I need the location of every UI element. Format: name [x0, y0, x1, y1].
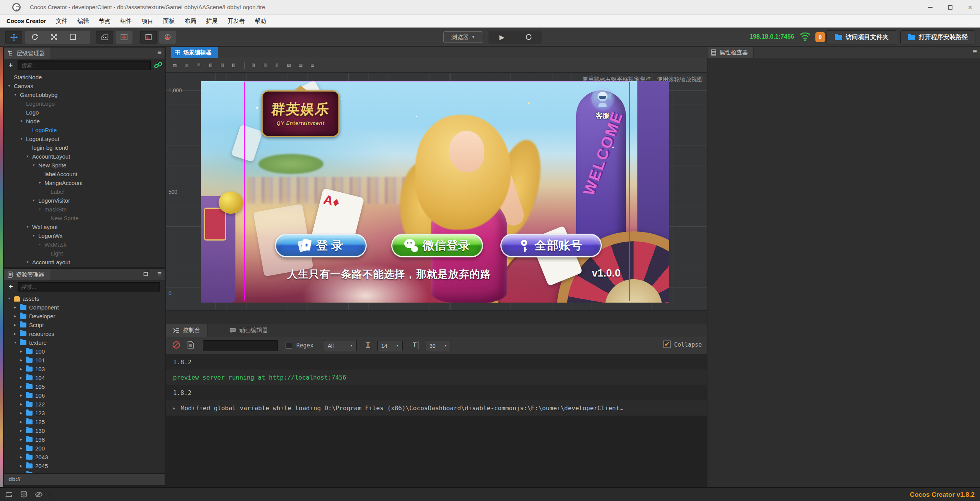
- pivot-position-button[interactable]: [96, 31, 113, 44]
- hierarchy-node-gamelobbybg[interactable]: ▼GameLobbybg: [4, 90, 164, 99]
- refresh-button[interactable]: [515, 31, 542, 44]
- collapse-arrow-icon[interactable]: ▼: [26, 152, 32, 161]
- open-install-path-button[interactable]: 打开程序安装路径: [900, 30, 975, 44]
- expand-arrow-icon[interactable]: ▶: [20, 418, 26, 426]
- expand-arrow-icon[interactable]: ▶: [20, 444, 26, 453]
- popout-icon[interactable]: [144, 272, 148, 276]
- collapse-arrow-icon[interactable]: ▼: [14, 90, 20, 99]
- clear-console-button[interactable]: [172, 341, 180, 349]
- asset-item-198[interactable]: ▶198: [4, 435, 164, 444]
- collapse-arrow-icon[interactable]: ▼: [38, 240, 44, 249]
- collapse-arrow-icon[interactable]: ▼: [8, 82, 14, 90]
- asset-item-105[interactable]: ▶105: [4, 382, 164, 391]
- hierarchy-node-logonshouji[interactable]: LogonShouJi: [4, 267, 164, 267]
- hierarchy-node-logonlayout[interactable]: ▼LogonLayout: [4, 134, 164, 143]
- distribute-right-icon[interactable]: [274, 62, 280, 69]
- asset-item-130[interactable]: ▶130: [4, 426, 164, 435]
- collapse-arrow-icon[interactable]: ▼: [26, 258, 32, 267]
- rect-tool-button[interactable]: [64, 31, 83, 44]
- expand-arrow-icon[interactable]: ▶: [20, 356, 26, 365]
- align-bottom-icon[interactable]: [195, 62, 202, 69]
- maximize-button[interactable]: [940, 0, 960, 15]
- console-log-row[interactable]: ▶Modified global variable while loading …: [166, 400, 707, 416]
- expand-arrow-icon[interactable]: ▶: [20, 391, 26, 400]
- menu-item-6[interactable]: 项目: [137, 15, 158, 27]
- align-hcenter-icon[interactable]: [219, 62, 225, 69]
- log-level-dropdown[interactable]: All▼: [324, 340, 357, 351]
- inspector-tab[interactable]: 属性检查器: [707, 47, 754, 58]
- expand-arrow-icon[interactable]: ▶: [14, 329, 20, 338]
- hierarchy-menu-icon[interactable]: ≡: [157, 48, 162, 57]
- expand-arrow-icon[interactable]: ▶: [14, 321, 20, 329]
- asset-item-100[interactable]: ▶100: [4, 347, 164, 356]
- assets-search-input[interactable]: [18, 282, 160, 291]
- asset-item-122[interactable]: ▶122: [4, 400, 164, 409]
- play-button[interactable]: ▶: [488, 31, 515, 44]
- minimize-button[interactable]: [920, 0, 940, 15]
- hierarchy-node-new-sprite[interactable]: New Sprite: [4, 214, 164, 223]
- hierarchy-node-labelaccount[interactable]: labelAccount: [4, 170, 164, 178]
- assets-tab[interactable]: 资源管理器: [4, 269, 50, 280]
- expand-arrow-icon[interactable]: ▶: [14, 312, 20, 321]
- sync-icon[interactable]: [5, 491, 13, 498]
- distribute-vcenter-icon[interactable]: [297, 62, 304, 69]
- align-left-icon[interactable]: [207, 62, 214, 69]
- asset-item-developer[interactable]: ▶Developer: [4, 312, 164, 321]
- hierarchy-search-input[interactable]: [18, 61, 151, 70]
- asset-item-resources[interactable]: ▶resources: [4, 329, 164, 338]
- scene-viewport[interactable]: 使用鼠标右键平移视窗焦点，使用滚轮缩放视图 A♦ A♠: [166, 73, 707, 310]
- hierarchy-node-logorole[interactable]: LogoRole: [4, 126, 164, 134]
- hierarchy-node-node[interactable]: ▼Node: [4, 117, 164, 126]
- console-tab[interactable]: 控制台: [166, 324, 207, 337]
- hierarchy-node-label[interactable]: Label: [4, 187, 164, 196]
- menu-item-1[interactable]: Cocos Creator: [2, 15, 51, 27]
- create-asset-button[interactable]: +: [7, 282, 15, 291]
- asset-item-assets[interactable]: ▼assets: [4, 294, 164, 303]
- distribute-hcenter-icon[interactable]: [262, 62, 268, 69]
- align-right-icon[interactable]: [231, 62, 237, 69]
- expand-arrow-icon[interactable]: ▶: [20, 409, 26, 418]
- collapse-arrow-icon[interactable]: ▼: [32, 231, 38, 240]
- collapse-arrow-icon[interactable]: ▼: [20, 134, 26, 143]
- hierarchy-node-accountlayout[interactable]: ▼AccountLayout: [4, 152, 164, 161]
- align-vcenter-icon[interactable]: [183, 62, 190, 69]
- open-log-file-button[interactable]: [188, 341, 194, 349]
- global-gizmo-button[interactable]: [159, 31, 176, 44]
- asset-item-2045[interactable]: ▶2045: [4, 462, 164, 470]
- collapse-arrow-icon[interactable]: ▼: [26, 223, 32, 231]
- collapse-arrow-icon[interactable]: ▼: [38, 178, 44, 187]
- hierarchy-node-canvas[interactable]: ▼Canvas: [4, 82, 164, 90]
- expand-arrow-icon[interactable]: ▶: [20, 347, 26, 356]
- rotate-tool-button[interactable]: [25, 31, 44, 44]
- database-icon[interactable]: [20, 491, 28, 498]
- open-project-folder-button[interactable]: 访问项目文件夹: [826, 30, 897, 44]
- asset-item-texture[interactable]: ▼texture: [4, 338, 164, 347]
- hierarchy-tab[interactable]: 层级管理器: [4, 47, 51, 59]
- expand-arrow-icon[interactable]: ▶: [20, 373, 26, 382]
- expand-arrow-icon[interactable]: ▶: [20, 382, 26, 391]
- collapse-checkbox[interactable]: ✔: [663, 341, 671, 348]
- collapse-arrow-icon[interactable]: ▼: [32, 161, 38, 170]
- expand-arrow-icon[interactable]: ▶: [14, 303, 20, 312]
- pivot-anchor-button[interactable]: [116, 31, 132, 44]
- asset-item-123[interactable]: ▶123: [4, 409, 164, 418]
- expand-arrow-icon[interactable]: ▶: [20, 453, 26, 462]
- hierarchy-node-wxlayout[interactable]: ▼WxLayout: [4, 223, 164, 231]
- preview-target-dropdown[interactable]: 浏览器 ▼: [443, 31, 483, 43]
- hierarchy-node-logo[interactable]: Logo: [4, 108, 164, 117]
- link-icon[interactable]: [154, 61, 162, 69]
- hierarchy-node-light[interactable]: Light: [4, 249, 164, 258]
- assets-menu-icon[interactable]: ≡: [157, 270, 162, 278]
- hierarchy-node-logonwx[interactable]: ▼LogonWx: [4, 231, 164, 240]
- inspector-menu-icon[interactable]: ≡: [973, 47, 977, 56]
- hierarchy-node-wxmask[interactable]: ▼WxMask: [4, 240, 164, 249]
- expand-arrow-icon[interactable]: ▶: [20, 462, 26, 470]
- splitter[interactable]: [166, 310, 707, 324]
- scale-tool-button[interactable]: [44, 31, 64, 44]
- distribute-left-icon[interactable]: [250, 62, 256, 69]
- hierarchy-node-mangeaccount[interactable]: ▼MangeAccount: [4, 178, 164, 187]
- collapse-arrow-icon[interactable]: ▼: [38, 205, 44, 214]
- expand-arrow-icon[interactable]: ▶: [20, 435, 26, 444]
- regex-checkbox[interactable]: [286, 342, 292, 349]
- close-button[interactable]: ×: [960, 0, 980, 15]
